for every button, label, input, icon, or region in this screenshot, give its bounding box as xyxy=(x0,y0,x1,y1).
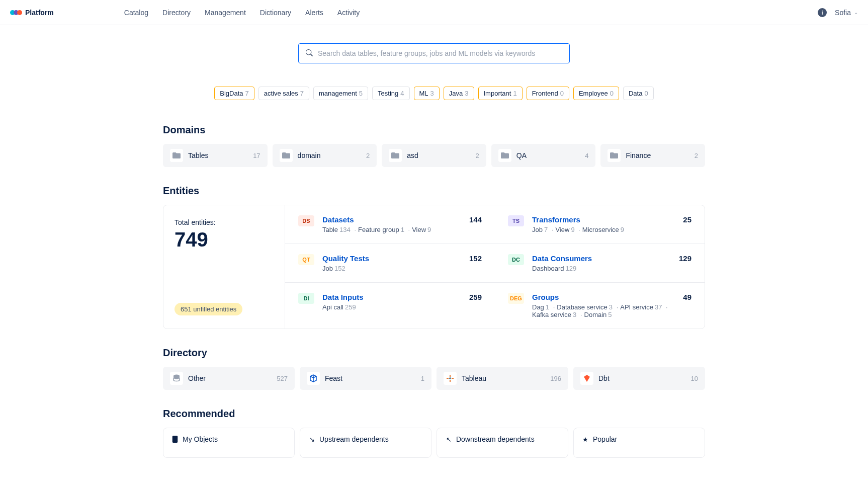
entity-sub: View9 xyxy=(555,226,582,233)
directory-name: Feast xyxy=(325,374,416,382)
main-nav: CatalogDirectoryManagementDictionaryAler… xyxy=(124,9,360,17)
entity-quality-tests[interactable]: QTQuality TestsJob152152 xyxy=(285,244,495,283)
domain-card-qa[interactable]: QA4 xyxy=(491,144,596,167)
folder-icon xyxy=(170,149,183,162)
tag-count: 0 xyxy=(560,90,564,97)
directory-card-feast[interactable]: Feast1 xyxy=(300,367,431,390)
recommended-title: Downstream dependents xyxy=(456,435,535,443)
tag-count: 7 xyxy=(300,90,304,97)
tag-ml[interactable]: ML3 xyxy=(414,87,440,100)
recommended-popular[interactable]: ★Popular xyxy=(573,428,705,458)
nav-dictionary[interactable]: Dictionary xyxy=(260,9,291,17)
user-menu[interactable]: Sofia ⌄ xyxy=(835,9,858,17)
tag-label: Testing xyxy=(378,90,398,97)
recommended-upstream-dependents[interactable]: ↘Upstream dependents xyxy=(300,428,431,458)
entity-sub: Dag1 xyxy=(532,303,557,311)
recommended-title: Popular xyxy=(593,435,617,443)
header: Platform CatalogDirectoryManagementDicti… xyxy=(0,0,868,25)
logo[interactable]: Platform xyxy=(10,9,54,17)
unfilled-badge[interactable]: 651 unfilled entities xyxy=(175,303,242,315)
tag-bigdata[interactable]: BigData7 xyxy=(214,87,254,100)
entity-data-inputs[interactable]: DIData InputsApi call259259 xyxy=(285,283,495,329)
star-icon: ★ xyxy=(582,436,589,443)
domain-name: Finance xyxy=(626,151,689,159)
directory-heading: Directory xyxy=(163,347,705,359)
arrow-up-left-icon: ↖ xyxy=(445,436,452,443)
tag-filters: BigData7active sales7management5Testing4… xyxy=(163,87,705,100)
folder-icon xyxy=(498,149,511,162)
entity-data-consumers[interactable]: DCData ConsumersDashboard129129 xyxy=(495,244,705,283)
nav-activity[interactable]: Activity xyxy=(337,9,360,17)
entity-sub: Feature group1 xyxy=(358,226,412,233)
tag-data[interactable]: Data0 xyxy=(623,87,654,100)
folder-icon xyxy=(389,149,402,162)
tag-count: 0 xyxy=(644,90,648,97)
svg-rect-3 xyxy=(447,378,449,379)
recommended-my-objects[interactable]: My Objects xyxy=(163,428,295,458)
recommended-downstream-dependents[interactable]: ↖Downstream dependents xyxy=(437,428,568,458)
directory-name: Dbt xyxy=(598,374,686,382)
entity-datasets[interactable]: DSDatasetsTable134Feature group1View9144 xyxy=(285,205,495,244)
tag-count: 7 xyxy=(245,90,249,97)
entity-badge: TS xyxy=(508,215,524,226)
domain-card-asd[interactable]: asd2 xyxy=(382,144,486,167)
tag-employee[interactable]: Employee0 xyxy=(573,87,619,100)
recommended-heading: Recommended xyxy=(163,408,705,420)
search-input[interactable] xyxy=(318,49,562,57)
tableau-icon xyxy=(444,372,457,385)
tag-important[interactable]: Important1 xyxy=(478,87,523,100)
entity-sub: Table134 xyxy=(322,226,358,233)
directory-card-other[interactable]: Other527 xyxy=(163,367,295,390)
feast-icon xyxy=(307,372,320,385)
nav-directory[interactable]: Directory xyxy=(162,9,191,17)
total-entities-count: 749 xyxy=(175,228,274,251)
entity-name: Data Inputs xyxy=(322,293,461,301)
arrow-down-right-icon: ↘ xyxy=(308,436,315,443)
search-icon xyxy=(306,49,313,58)
domain-card-domain[interactable]: domain2 xyxy=(273,144,377,167)
tag-active-sales[interactable]: active sales7 xyxy=(258,87,309,100)
entity-sub: Microservice9 xyxy=(582,226,624,233)
entity-name: Datasets xyxy=(322,215,461,224)
directory-card-dbt[interactable]: Dbt10 xyxy=(573,367,705,390)
db-icon xyxy=(170,372,183,385)
tag-label: management xyxy=(319,90,357,97)
tag-label: BigData xyxy=(220,90,243,97)
entity-sub: Domain5 xyxy=(584,311,612,318)
tag-frontend[interactable]: Frontend0 xyxy=(527,87,569,100)
nav-management[interactable]: Management xyxy=(205,9,246,17)
domain-card-tables[interactable]: Tables17 xyxy=(163,144,268,167)
entity-groups[interactable]: DEGGroupsDag1Database service3API servic… xyxy=(495,283,705,329)
tag-count: 3 xyxy=(465,90,468,97)
entity-sub: Database service3 xyxy=(557,303,620,311)
entity-total: 152 xyxy=(469,254,482,272)
entity-sub: View9 xyxy=(412,226,431,233)
entity-total: 129 xyxy=(679,254,691,272)
domain-name: domain xyxy=(298,151,361,159)
tag-java[interactable]: Java3 xyxy=(444,87,474,100)
domain-count: 2 xyxy=(366,152,370,159)
info-icon[interactable]: i xyxy=(818,8,827,17)
tag-label: Data xyxy=(629,90,642,97)
domain-card-finance[interactable]: Finance2 xyxy=(600,144,705,167)
tag-count: 4 xyxy=(400,90,404,97)
domain-name: QA xyxy=(516,151,580,159)
tag-management[interactable]: management5 xyxy=(313,87,368,100)
tag-count: 1 xyxy=(513,90,516,97)
entity-transformers[interactable]: TSTransformersJob7View9Microservice925 xyxy=(495,205,705,244)
tag-count: 5 xyxy=(359,90,363,97)
tag-testing[interactable]: Testing4 xyxy=(372,87,409,100)
tag-label: Important xyxy=(484,90,511,97)
search-box[interactable] xyxy=(298,43,570,63)
domain-name: Tables xyxy=(188,151,248,159)
tag-label: Frontend xyxy=(532,90,558,97)
entity-badge: DI xyxy=(298,293,314,304)
tag-count: 0 xyxy=(610,90,614,97)
directory-name: Other xyxy=(188,374,272,382)
chevron-down-icon: ⌄ xyxy=(854,10,858,15)
entities-box: Total entities: 749 651 unfilled entitie… xyxy=(163,205,705,329)
nav-alerts[interactable]: Alerts xyxy=(305,9,323,17)
entity-total: 49 xyxy=(683,293,691,318)
directory-card-tableau[interactable]: Tableau196 xyxy=(437,367,568,390)
nav-catalog[interactable]: Catalog xyxy=(124,9,148,17)
